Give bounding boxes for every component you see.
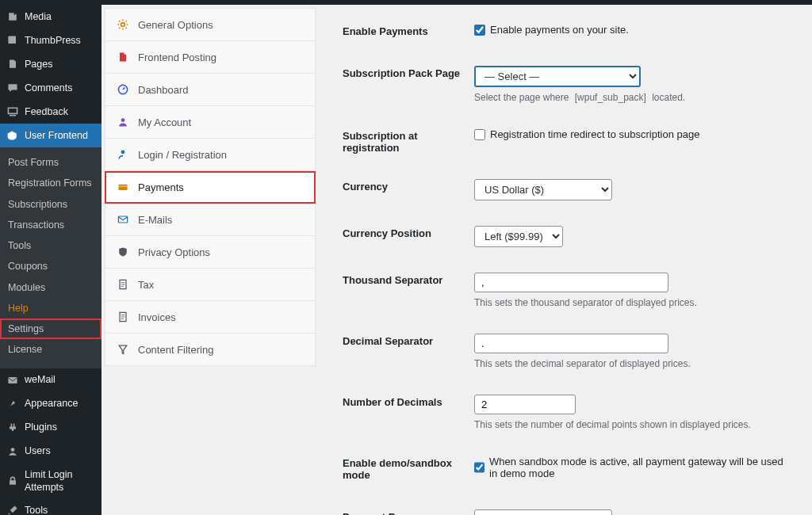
submenu-post-forms[interactable]: Post Forms xyxy=(0,152,102,173)
submenu-settings[interactable]: Settings xyxy=(0,319,102,339)
desc: This sets the decimal separator of displ… xyxy=(474,358,790,369)
tab-tax[interactable]: Tax xyxy=(105,269,316,301)
svg-point-0 xyxy=(13,13,15,15)
input-num-dec[interactable] xyxy=(474,395,576,414)
submenu-license[interactable]: License xyxy=(0,339,102,360)
tab-label: Login / Registration xyxy=(138,149,227,161)
svg-point-11 xyxy=(121,150,125,154)
menu-plugins[interactable]: Plugins xyxy=(0,416,102,440)
submenu-registration-forms[interactable]: Registration Forms xyxy=(0,173,102,193)
svg-rect-2 xyxy=(8,377,17,383)
tab-content-filtering[interactable]: Content Filtering xyxy=(105,334,316,366)
label-enable-payments: Enable Payments xyxy=(343,24,474,40)
tab-payments[interactable]: Payments xyxy=(105,171,316,204)
row-sub-reg: Subscription at registrationRegistration… xyxy=(343,128,790,154)
tools-icon xyxy=(6,503,20,515)
label-sub-page: Subscription Pack Page xyxy=(343,66,474,103)
row-sub-page: Subscription Pack Page— Select —Select t… xyxy=(343,66,790,103)
svg-rect-1 xyxy=(8,36,16,44)
plugins-icon xyxy=(6,421,20,435)
label-currency: Currency xyxy=(343,179,474,200)
field-sandbox: When sandbox mode is active, all payment… xyxy=(474,456,790,484)
label-thousand: Thousand Separator xyxy=(343,273,474,308)
tab-icon xyxy=(116,212,130,227)
checkbox[interactable] xyxy=(474,25,485,36)
tab-label: Payments xyxy=(138,181,184,193)
check-enable_payments[interactable]: Enable payments on your site. xyxy=(474,24,790,36)
input-decimal[interactable] xyxy=(474,334,668,353)
select-currency[interactable]: US Dollar ($) xyxy=(474,179,612,200)
menu-wemail[interactable]: weMail xyxy=(0,368,102,392)
row-decimal: Decimal SeparatorThis sets the decimal s… xyxy=(343,334,790,369)
svg-point-10 xyxy=(121,118,125,122)
row-currency-pos: Currency PositionLeft ($99.99) xyxy=(343,226,790,247)
tab-label: Tax xyxy=(138,279,154,291)
desc: This sets the number of decimal points s… xyxy=(474,419,790,430)
tab-label: General Options xyxy=(138,19,213,31)
tab-icon xyxy=(116,310,130,324)
submenu-modules[interactable]: Modules xyxy=(0,277,102,298)
field-num-dec: This sets the number of decimal points s… xyxy=(474,395,790,430)
svg-rect-14 xyxy=(118,216,127,223)
field-decimal: This sets the decimal separator of displ… xyxy=(474,334,790,369)
tab-login-registration[interactable]: Login / Registration xyxy=(105,139,316,171)
check-sub_reg[interactable]: Registration time redirect to subscripti… xyxy=(474,128,790,140)
pages-icon xyxy=(6,57,20,71)
tab-icon xyxy=(116,180,130,194)
checkbox[interactable] xyxy=(474,129,485,140)
tab-general-options[interactable]: General Options xyxy=(105,8,316,41)
appearance-icon xyxy=(6,397,20,411)
input-thousand[interactable] xyxy=(474,273,668,292)
submenu-user-frontend: Post FormsRegistration FormsSubscription… xyxy=(0,147,102,368)
menu-comments[interactable]: Comments xyxy=(0,76,102,100)
submenu-coupons[interactable]: Coupons xyxy=(0,256,102,277)
label-sandbox: Enable demo/sandbox mode xyxy=(343,456,474,484)
menu-tools[interactable]: Tools xyxy=(0,498,102,515)
submenu-help[interactable]: Help xyxy=(0,298,102,319)
svg-rect-4 xyxy=(10,480,16,485)
tab-frontend-posting[interactable]: Frontend Posting xyxy=(105,41,316,74)
tab-my-account[interactable]: My Account xyxy=(105,106,316,139)
tab-icon xyxy=(116,147,130,162)
menu-user-frontend[interactable]: User Frontend xyxy=(0,124,102,147)
submenu-transactions[interactable]: Transactions xyxy=(0,215,102,235)
media-icon xyxy=(6,10,20,24)
field-currency-pos: Left ($99.99) xyxy=(474,226,790,247)
admin-sidebar: MediaThumbPressPagesCommentsFeedbackUser… xyxy=(0,5,102,515)
menu-thumbpress[interactable]: ThumbPress xyxy=(0,29,102,52)
desc: This sets the thousand separator of disp… xyxy=(474,297,790,308)
tab-icon xyxy=(116,82,130,97)
tab-privacy-options[interactable]: Privacy Options xyxy=(105,236,316,269)
feedback-icon xyxy=(6,105,20,119)
checkbox[interactable] xyxy=(474,462,485,473)
menu-media[interactable]: Media xyxy=(0,5,102,29)
check-sandbox[interactable]: When sandbox mode is active, all payment… xyxy=(474,456,790,479)
tab-e-mails[interactable]: E-Mails xyxy=(105,204,316,236)
tab-icon xyxy=(116,50,130,64)
select-sub-page[interactable]: — Select — xyxy=(474,66,641,87)
label-currency-pos: Currency Position xyxy=(343,226,474,247)
tab-invoices[interactable]: Invoices xyxy=(105,301,316,334)
menu-label: Feedback xyxy=(25,105,68,118)
tab-dashboard[interactable]: Dashboard xyxy=(105,74,316,106)
lock-icon xyxy=(6,474,20,488)
select-currency-pos[interactable]: Left ($99.99) xyxy=(474,226,563,247)
menu-limit-login-attempts[interactable]: Limit Login Attempts xyxy=(0,464,102,499)
tab-label: Invoices xyxy=(138,311,176,323)
users-icon xyxy=(6,444,20,459)
menu-appearance[interactable]: Appearance xyxy=(0,392,102,416)
row-enable-payments: Enable PaymentsEnable payments on your s… xyxy=(343,24,790,40)
menu-label: ThumbPress xyxy=(25,34,81,47)
submenu-subscriptions[interactable]: Subscriptions xyxy=(0,194,102,215)
menu-pages[interactable]: Pages xyxy=(0,52,102,76)
svg-point-8 xyxy=(121,23,125,27)
menu-feedback[interactable]: Feedback xyxy=(0,100,102,124)
tab-label: Content Filtering xyxy=(138,344,213,356)
comments-icon xyxy=(6,81,20,95)
submenu-tools[interactable]: Tools xyxy=(0,235,102,256)
menu-label: Limit Login Attempts xyxy=(25,468,96,494)
settings-tab-list: General OptionsFrontend PostingDashboard… xyxy=(105,8,316,515)
select-pay-page[interactable]: The Curator Newsletter xyxy=(474,509,612,515)
menu-users[interactable]: Users xyxy=(0,440,102,464)
field-enable-payments: Enable payments on your site. xyxy=(474,24,790,40)
